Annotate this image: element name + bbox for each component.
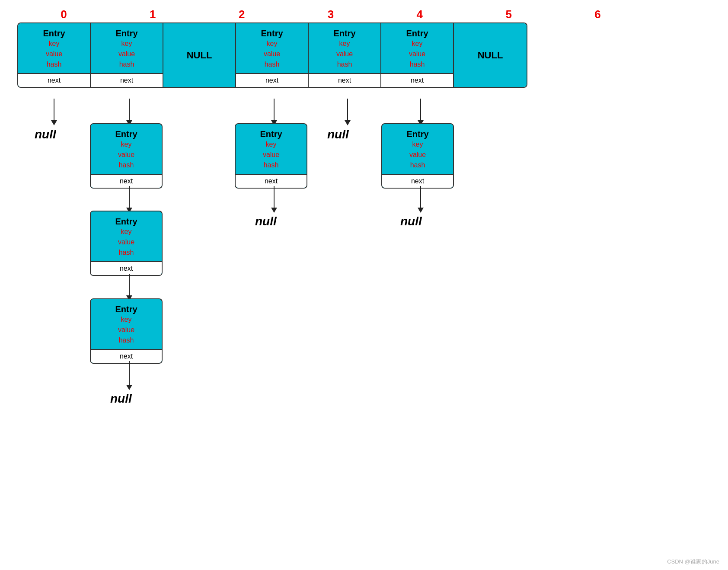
arrow-col3-1 (271, 99, 277, 125)
entry-value-3: value (261, 49, 283, 59)
entry-title-1: Entry (115, 29, 137, 38)
entry-title-5: Entry (406, 29, 428, 38)
null-col5: null (400, 215, 422, 228)
array-entry-1: Entry key value hash next (91, 23, 163, 87)
arrow-col0 (51, 99, 57, 125)
entry-hash-0: hash (43, 59, 65, 70)
entry-value-5: value (406, 49, 428, 59)
null-col4: null (327, 128, 349, 141)
entry-key-4: key (333, 38, 355, 49)
entry-key-1: key (115, 38, 137, 49)
chain3-entry1: Entry key value hash next (235, 123, 307, 189)
array-entry-5: Entry key value hash next (381, 23, 454, 87)
chain1-entry1: Entry key value hash next (90, 123, 163, 189)
null-col1: null (110, 392, 132, 406)
index-3: 3 (291, 8, 370, 21)
entry-value-0: value (43, 49, 65, 59)
next-bar-3: next (236, 73, 308, 87)
entry-hash-3: hash (261, 59, 283, 70)
null-col3: null (255, 215, 277, 228)
index-5: 5 (469, 8, 549, 21)
watermark: CSDN @谁家的June (667, 558, 719, 566)
null-col0: null (35, 128, 56, 141)
chain1-entry3: Entry key value hash next (90, 298, 163, 364)
next-bar-c1-2: next (91, 261, 162, 275)
arrow-col1-1 (126, 99, 132, 125)
index-2: 2 (202, 8, 282, 21)
arrow-col1-null (126, 361, 132, 390)
entry-key-5: key (406, 38, 428, 49)
index-1: 1 (113, 8, 193, 21)
arrow-col4 (345, 99, 351, 125)
arrow-col1-3 (126, 274, 132, 301)
entry-title-3: Entry (261, 29, 283, 38)
index-0: 0 (24, 8, 104, 21)
entry-value-4: value (333, 49, 355, 59)
entry-title-4: Entry (333, 29, 355, 38)
entry-value-1: value (115, 49, 137, 59)
entry-hash-5: hash (406, 59, 428, 70)
entry-hash-4: hash (333, 59, 355, 70)
array-null-2: NULL (163, 23, 236, 87)
index-4: 4 (380, 8, 460, 21)
next-bar-5: next (381, 73, 453, 87)
chain1-entry2: Entry key value hash next (90, 211, 163, 276)
entry-key-0: key (43, 38, 65, 49)
arrow-col1-2 (126, 186, 132, 213)
entry-hash-1: hash (115, 59, 137, 70)
arrow-col5-1 (418, 99, 424, 125)
next-bar-1: next (91, 73, 163, 87)
next-bar-0: next (18, 73, 90, 87)
array-entry-0: Entry key value hash next (18, 23, 91, 87)
next-bar-4: next (309, 73, 380, 87)
index-row: 0 1 2 3 4 5 6 (24, 8, 638, 21)
entry-title-0: Entry (43, 29, 65, 38)
array-row: Entry key value hash next Entry key valu… (17, 22, 527, 88)
array-entry-3: Entry key value hash next (236, 23, 309, 87)
array-entry-4: Entry key value hash next (309, 23, 381, 87)
arrow-col5-null (418, 186, 424, 213)
entry-key-3: key (261, 38, 283, 49)
index-6: 6 (558, 8, 638, 21)
arrow-col3-null (271, 186, 277, 213)
chain5-entry1: Entry key value hash next (381, 123, 454, 189)
array-null-6: NULL (454, 23, 527, 87)
